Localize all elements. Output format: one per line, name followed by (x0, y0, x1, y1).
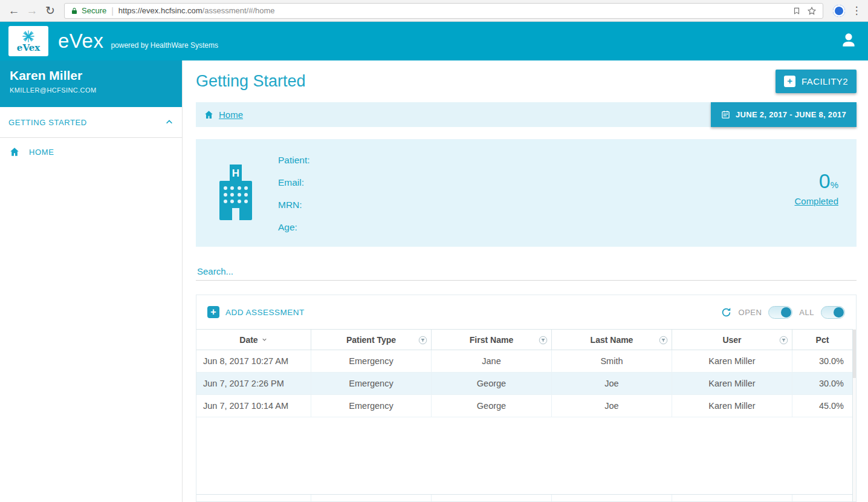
main-content: Getting Started + FACILITY2 Home JUNE 2,… (183, 60, 868, 502)
refresh-page-icon[interactable]: ↻ (41, 1, 59, 21)
date-range-button[interactable]: JUNE 2, 2017 - JUNE 8, 2017 (711, 102, 857, 127)
filter-icon[interactable] (779, 336, 788, 345)
address-bar[interactable]: Secure | https://evex.hcfsinc.com /asses… (64, 3, 823, 19)
filter-icon[interactable] (418, 336, 427, 345)
url-path: /assessment/#/home (202, 6, 275, 15)
cell-date: Jun 8, 2017 10:27 AM (196, 350, 311, 372)
url-host: https://evex.hcfsinc.com (118, 6, 202, 15)
sidebar-item-home[interactable]: HOME (0, 138, 182, 166)
add-assessment-label: ADD ASSESSMENT (225, 308, 305, 317)
table-row[interactable]: Jun 7, 2017 2:26 PM Emergency George Joe… (196, 373, 856, 395)
open-toggle-label: OPEN (739, 308, 762, 317)
bookmark-star-icon[interactable] (807, 6, 817, 16)
date-range-label: JUNE 2, 2017 - JUNE 8, 2017 (736, 110, 846, 119)
cell-first-name: George (432, 395, 552, 417)
patient-info-panel: H Patient: Email: MRN: Age: 0% Completed (196, 139, 857, 247)
cell-user: Karen Miller (672, 350, 792, 372)
svg-text:H: H (232, 168, 239, 179)
mrn-label: MRN: (278, 194, 310, 216)
powered-by-text: powered by HealthWare Systems (111, 41, 218, 50)
table-row[interactable]: Jun 7, 2017 10:14 AM Emergency George Jo… (196, 395, 856, 417)
filter-icon[interactable] (659, 336, 668, 345)
app-header: eVex eVex powered by HealthWare Systems (0, 22, 868, 60)
grid-header-row: Date Patient Type First Name Last Name (196, 329, 856, 350)
cell-pct: 30.0% (792, 373, 852, 394)
open-toggle[interactable] (768, 306, 792, 319)
breadcrumb: Home JUNE 2, 2017 - JUNE 8, 2017 (196, 102, 857, 127)
completed-link[interactable]: Completed (794, 196, 838, 206)
user-email: KMILLER@HCFSINC.COM (10, 86, 172, 94)
column-header-date[interactable]: Date (196, 330, 311, 350)
cell-last-name: Joe (552, 373, 672, 394)
sidebar-user-block: Karen Miller KMILLER@HCFSINC.COM (0, 60, 182, 107)
sidebar-section-label: GETTING STARTED (8, 118, 87, 127)
breadcrumb-home-link[interactable]: Home (204, 109, 243, 120)
facility-button-label: FACILITY2 (802, 76, 848, 86)
column-header-patient-type[interactable]: Patient Type (311, 330, 432, 350)
url-separator: | (111, 6, 114, 16)
column-header-last-name[interactable]: Last Name (552, 330, 672, 350)
toggle-knob (834, 307, 844, 318)
column-label: User (722, 335, 741, 345)
page-title: Getting Started (196, 72, 306, 91)
completed-percent: 0% (794, 169, 838, 192)
column-label: First Name (470, 335, 513, 345)
logo-starburst-icon (22, 30, 35, 43)
breadcrumb-home-label: Home (219, 109, 243, 120)
facility-button[interactable]: + FACILITY2 (776, 70, 857, 93)
cell-patient-type: Emergency (311, 350, 432, 372)
column-label: Date (239, 335, 257, 345)
refresh-grid-icon[interactable] (721, 307, 732, 318)
profile-avatar-icon[interactable] (833, 5, 845, 17)
sidebar-section-getting-started[interactable]: GETTING STARTED (0, 107, 182, 138)
column-label: Last Name (591, 335, 633, 345)
back-icon[interactable]: ← (5, 1, 23, 21)
sort-caret-icon (261, 336, 268, 343)
plus-icon: + (784, 76, 795, 87)
user-profile-icon[interactable] (839, 30, 858, 52)
grid-toolbar: + ADD ASSESSMENT OPEN ALL (196, 295, 856, 329)
toggle-knob (781, 307, 791, 318)
percent-value: 0 (819, 169, 831, 192)
patient-label: Patient: (278, 149, 310, 171)
secure-label: Secure (82, 6, 106, 15)
filter-icon[interactable] (539, 336, 548, 345)
cell-user: Karen Miller (672, 373, 792, 394)
calendar-icon (721, 110, 730, 119)
column-header-user[interactable]: User (672, 330, 792, 350)
user-name: Karen Miller (10, 68, 172, 83)
brand-name: eVex (58, 30, 103, 53)
evex-logo[interactable]: eVex (8, 26, 48, 56)
cell-date: Jun 7, 2017 2:26 PM (196, 373, 311, 394)
column-header-first-name[interactable]: First Name (432, 330, 552, 350)
scrollbar-thumb[interactable] (853, 330, 856, 378)
logo-text: eVex (17, 44, 40, 53)
assessment-grid: + ADD ASSESSMENT OPEN ALL Date (196, 295, 857, 502)
cell-pct: 30.0% (792, 350, 852, 372)
table-row[interactable]: Jun 8, 2017 10:27 AM Emergency Jane Smit… (196, 350, 856, 373)
search-input[interactable] (196, 262, 857, 281)
cell-date: Jun 7, 2017 10:14 AM (196, 395, 311, 417)
plus-icon: + (207, 306, 219, 318)
cell-last-name: Smith (552, 350, 672, 372)
home-icon (204, 109, 214, 120)
column-label: Patient Type (346, 335, 396, 345)
forward-icon[interactable]: → (23, 1, 41, 21)
cell-first-name: George (432, 373, 552, 394)
all-toggle-label: ALL (799, 308, 814, 317)
all-toggle[interactable] (821, 306, 845, 319)
cell-first-name: Jane (432, 350, 552, 372)
lock-icon (71, 7, 78, 15)
add-assessment-button[interactable]: + ADD ASSESSMENT (207, 306, 305, 318)
column-label: Pct (816, 335, 829, 345)
column-header-pct[interactable]: Pct (792, 330, 852, 350)
sidebar: Karen Miller KMILLER@HCFSINC.COM GETTING… (0, 60, 183, 502)
cell-patient-type: Emergency (311, 373, 432, 394)
browser-menu-icon[interactable]: ⋮ (850, 4, 863, 17)
hospital-icon: H (216, 163, 255, 224)
email-label: Email: (278, 171, 310, 194)
page-action-icon[interactable] (792, 7, 801, 15)
grid-scrollbar[interactable] (852, 329, 856, 501)
home-icon (9, 146, 20, 157)
chevron-up-icon (165, 118, 173, 126)
